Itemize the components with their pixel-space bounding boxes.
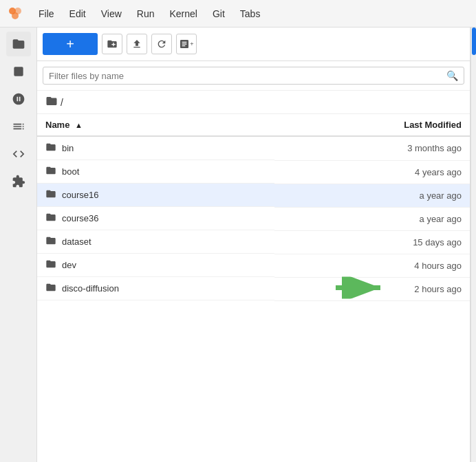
search-box: 🔍 <box>43 67 464 85</box>
table-row[interactable]: course36a year ago <box>37 207 470 230</box>
file-modified: 15 days ago <box>274 230 470 254</box>
file-modified: 4 hours ago <box>274 254 470 277</box>
sort-arrow-icon: ▲ <box>75 121 83 129</box>
file-name-cell: disco-diffusion <box>37 277 274 300</box>
menu-file[interactable]: File <box>32 6 61 22</box>
breadcrumb: / <box>37 91 470 114</box>
new-folder-icon <box>107 38 118 50</box>
search-input[interactable] <box>49 71 446 81</box>
folder-icon <box>45 165 56 178</box>
search-icon: 🔍 <box>446 70 458 81</box>
menu-kernel[interactable]: Kernel <box>162 6 204 22</box>
file-name: boot <box>62 166 79 177</box>
table-row[interactable]: disco-diffusion2 hours ago <box>37 277 470 300</box>
file-modified: a year ago <box>274 184 470 207</box>
file-table: Name ▲ Last Modified bin3 months agoboot… <box>37 114 470 462</box>
menu-view[interactable]: View <box>94 6 129 22</box>
menu-tabs[interactable]: Tabs <box>233 6 268 22</box>
folder-icon <box>45 235 56 248</box>
folder-icon <box>45 142 56 155</box>
menu-git[interactable]: Git <box>206 6 232 22</box>
table-row[interactable]: dataset15 days ago <box>37 230 470 254</box>
scrollbar-thumb[interactable] <box>472 28 476 55</box>
folder-icon <box>45 258 56 272</box>
col-modified-header[interactable]: Last Modified <box>274 114 470 136</box>
file-name: dataset <box>62 236 91 247</box>
table-row[interactable]: course16a year ago <box>37 184 470 207</box>
left-sidebar <box>0 28 37 462</box>
svg-rect-3 <box>14 67 23 76</box>
file-toolbar: + + <box>37 28 470 61</box>
file-name-cell: course16 <box>37 184 274 207</box>
file-name: course36 <box>62 213 98 223</box>
sidebar-item-html[interactable] <box>6 142 31 166</box>
refresh-icon <box>156 38 167 50</box>
new-button[interactable]: + <box>43 33 98 55</box>
scrollbar-track[interactable] <box>470 28 476 462</box>
folder-icon <box>45 212 56 225</box>
file-name-cell: bin <box>37 137 274 160</box>
menu-edit[interactable]: Edit <box>63 6 93 22</box>
breadcrumb-path: / <box>61 97 63 108</box>
arrow-svg <box>336 277 391 299</box>
folder-breadcrumb-icon <box>45 95 58 109</box>
table-header-row: Name ▲ Last Modified <box>37 114 470 136</box>
file-name: disco-diffusion <box>62 283 119 294</box>
green-arrow-annotation <box>336 277 391 301</box>
sidebar-item-git[interactable] <box>6 87 31 111</box>
folder-icon <box>45 282 56 295</box>
table-row[interactable]: boot4 years ago <box>37 160 470 184</box>
col-name-header[interactable]: Name ▲ <box>37 114 274 136</box>
file-name-cell: course36 <box>37 207 274 230</box>
file-name-cell: boot <box>37 160 274 184</box>
main-area: + + <box>0 28 476 462</box>
svg-point-2 <box>12 12 19 19</box>
sidebar-item-extensions[interactable] <box>6 169 31 194</box>
file-modified: 4 years ago <box>274 160 470 184</box>
menu-run[interactable]: Run <box>130 6 162 22</box>
file-name-cell: dev <box>37 254 274 277</box>
file-modified: 3 months ago <box>274 136 470 160</box>
sidebar-item-running[interactable] <box>6 59 31 84</box>
git-clone-button[interactable]: + <box>176 34 197 54</box>
upload-icon <box>131 38 142 50</box>
git-clone-icon <box>179 38 190 50</box>
app-logo <box>6 4 25 23</box>
table-row[interactable]: dev4 hours ago <box>37 254 470 277</box>
file-name: dev <box>62 260 76 270</box>
new-folder-button[interactable] <box>102 34 122 54</box>
file-name: course16 <box>62 190 98 200</box>
file-modified: a year ago <box>274 207 470 230</box>
upload-button[interactable] <box>127 34 147 54</box>
file-name-cell: dataset <box>37 230 274 254</box>
table-row[interactable]: bin3 months ago <box>37 136 470 160</box>
file-browser: + + <box>37 28 470 462</box>
folder-icon <box>45 188 56 201</box>
file-name: bin <box>62 143 74 153</box>
search-container: 🔍 <box>37 61 470 91</box>
sidebar-item-files[interactable] <box>6 32 31 56</box>
refresh-button[interactable] <box>151 34 172 54</box>
sidebar-item-toc[interactable] <box>6 114 31 139</box>
menubar: File Edit View Run Kernel Git Tabs <box>0 0 476 28</box>
